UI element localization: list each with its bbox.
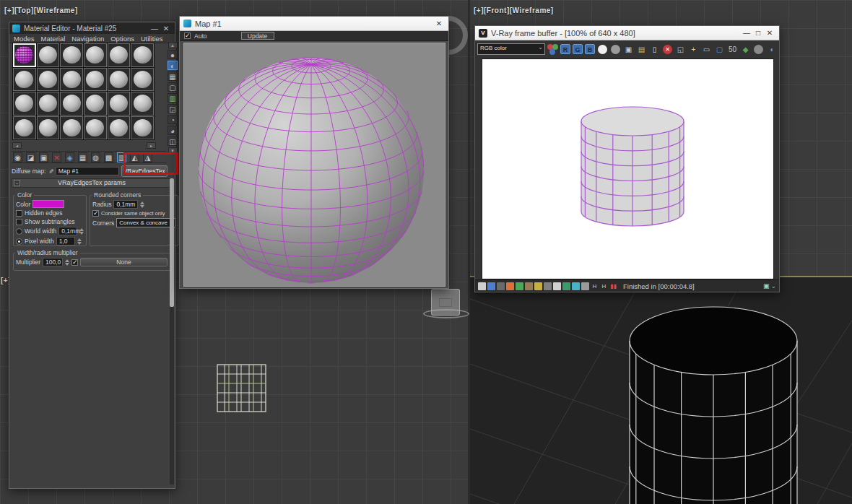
menu-navigation[interactable]: Navigation (71, 35, 104, 42)
region-render-icon[interactable]: ▭ (701, 44, 712, 55)
consider-same-object-checkbox[interactable] (92, 210, 99, 217)
hidden-edges-checkbox[interactable] (16, 210, 22, 217)
duplicate-to-host-icon[interactable]: ◱ (675, 44, 686, 55)
menu-modes[interactable]: Modes (14, 35, 35, 42)
update-button[interactable]: Update (241, 32, 274, 40)
put-to-scene-icon[interactable]: ▦ (78, 152, 87, 162)
status-icon[interactable] (506, 282, 514, 290)
clear-image-icon[interactable]: ✕ (663, 45, 672, 54)
pixel-width-spinner[interactable] (77, 238, 82, 245)
material-slot[interactable] (37, 116, 60, 140)
material-slot[interactable] (108, 43, 131, 67)
get-material-icon[interactable]: ◉ (13, 152, 22, 162)
material-slot[interactable] (131, 92, 154, 116)
material-slot[interactable] (84, 116, 107, 140)
background-icon[interactable]: ▦ (168, 71, 178, 81)
material-slot[interactable] (108, 68, 131, 92)
expand-icon[interactable]: ▣ (763, 282, 770, 290)
menu-material[interactable]: Material (41, 35, 66, 42)
scroll-up-button[interactable]: ▲ (168, 42, 178, 48)
material-slot[interactable] (13, 43, 36, 67)
rollout-header[interactable]: - VRayEdgesTex params (12, 178, 172, 188)
scrollbar[interactable] (170, 178, 174, 485)
material-slot[interactable] (37, 43, 60, 67)
material-map-navigator-icon[interactable]: ◫ (168, 136, 178, 146)
scrollbar-thumb[interactable] (170, 178, 174, 307)
save-image-icon[interactable]: ▣ (623, 44, 634, 55)
rgb-circles-icon[interactable] (547, 44, 558, 55)
edge-color-swatch[interactable] (32, 200, 64, 208)
material-slot[interactable] (13, 68, 36, 92)
green-channel-button[interactable]: G (573, 44, 583, 54)
close-button[interactable]: ✕ (160, 25, 172, 32)
clipboard-icon[interactable]: ▯ (649, 44, 660, 55)
minimize-button[interactable]: — (149, 25, 160, 32)
viewport-label-front[interactable]: [+][Front][Wireframe] (474, 6, 554, 14)
status-icon[interactable] (562, 282, 570, 290)
world-width-field[interactable]: 0,1mm (58, 227, 77, 235)
status-icon[interactable] (544, 282, 552, 290)
material-slot[interactable] (131, 43, 154, 67)
sample-type-icon[interactable]: ● (168, 50, 178, 59)
material-slot[interactable] (84, 68, 107, 92)
status-icon[interactable] (525, 282, 533, 290)
material-slot[interactable] (108, 92, 131, 116)
diffuse-map-field[interactable]: Map #1 (56, 167, 119, 175)
multiplier-map-checkbox[interactable] (71, 259, 78, 266)
monitor-icon[interactable]: ▢ (714, 44, 725, 55)
video-color-check-icon[interactable]: ▥ (168, 93, 178, 103)
status-h-arrows-icon[interactable]: H (600, 282, 608, 290)
scroll-left-button[interactable]: ◂ (12, 142, 22, 149)
material-slot[interactable] (37, 92, 60, 116)
resolution-50-icon[interactable]: 50 (727, 44, 738, 55)
maximize-button[interactable]: □ (752, 29, 764, 37)
monochrome-icon[interactable] (611, 45, 620, 54)
material-slot[interactable] (84, 92, 107, 116)
status-icon[interactable] (534, 282, 542, 290)
viewport-label-top[interactable]: [+][Top][Wireframe] (4, 6, 78, 14)
show-background-icon[interactable]: ▩ (104, 152, 113, 162)
collapse-icon[interactable]: - (14, 180, 20, 186)
delete-icon[interactable]: ✕ (52, 152, 61, 162)
multiplier-field[interactable]: 100,0 (43, 258, 63, 266)
sphere-icon[interactable] (754, 45, 763, 54)
material-slot[interactable] (60, 68, 83, 92)
topview-cylinder-wireframe[interactable] (217, 364, 266, 412)
menu-utilities[interactable]: Utilities (141, 35, 163, 42)
material-slot[interactable] (131, 116, 154, 140)
material-slot[interactable] (60, 92, 83, 116)
status-h-icon[interactable]: H (591, 282, 599, 290)
menu-options[interactable]: Options (110, 35, 134, 42)
blue-channel-button[interactable]: B (585, 44, 595, 54)
sample-tiling-icon[interactable]: ▢ (168, 82, 178, 92)
generate-preview-icon[interactable]: ◲ (168, 104, 178, 113)
radius-spinner[interactable] (140, 201, 144, 208)
material-slot[interactable] (37, 68, 60, 92)
pixel-width-radio[interactable] (16, 238, 22, 245)
track-mouse-icon[interactable]: + (688, 44, 699, 55)
world-width-radio[interactable] (16, 228, 22, 235)
map-window-titlebar[interactable]: Map #1 ✕ (180, 17, 448, 31)
material-slot[interactable] (60, 116, 83, 140)
radius-field[interactable]: 0,1mm (113, 200, 138, 209)
material-editor-titlebar[interactable]: Material Editor - Material #25 — ✕ (9, 22, 175, 34)
status-icon[interactable] (581, 282, 589, 290)
close-button[interactable]: ✕ (433, 19, 445, 27)
vfb-titlebar[interactable]: V V-Ray frame buffer - [100% of 640 x 48… (475, 26, 779, 40)
map-render-view[interactable] (183, 43, 445, 287)
material-slot[interactable] (13, 116, 36, 140)
material-slot[interactable] (131, 68, 154, 92)
teapot-icon[interactable]: ◖ (766, 44, 777, 55)
red-channel-button[interactable]: R (560, 44, 570, 54)
auto-update-checkbox[interactable] (184, 32, 191, 39)
status-icon[interactable] (553, 282, 561, 290)
material-slot[interactable] (84, 43, 107, 67)
multiplier-spinner[interactable] (65, 259, 69, 266)
show-subtriangles-checkbox[interactable] (16, 219, 22, 225)
scroll-right-button[interactable]: ▸ (147, 142, 156, 149)
render-last-icon[interactable]: ◆ (740, 44, 751, 55)
viewport-perspective[interactable] (470, 276, 852, 504)
status-icon[interactable] (478, 282, 486, 290)
world-width-spinner[interactable] (79, 228, 84, 235)
multiplier-map-button[interactable]: None (80, 258, 168, 266)
